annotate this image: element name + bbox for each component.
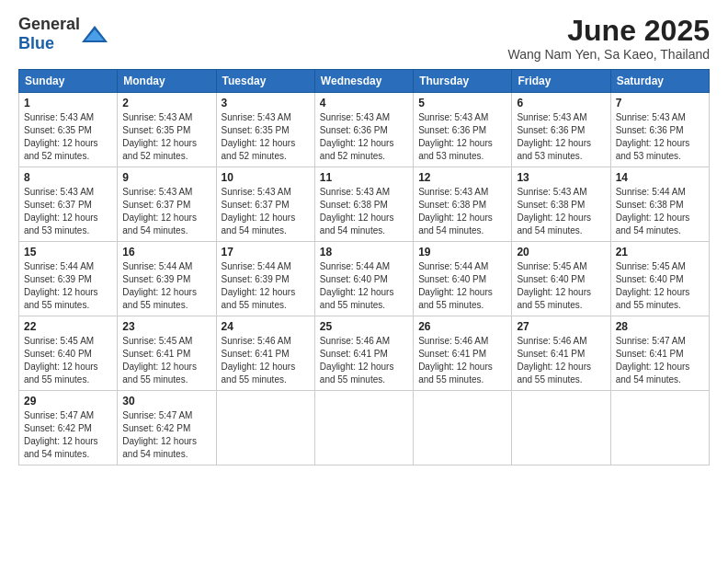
day-number: 29	[24, 395, 112, 408]
calendar-cell	[314, 391, 413, 465]
header: General Blue June 2025 Wang Nam Yen, Sa …	[18, 15, 710, 62]
day-info: Sunrise: 5:43 AM Sunset: 6:37 PM Dayligh…	[222, 186, 310, 237]
calendar-cell: 8Sunrise: 5:43 AM Sunset: 6:37 PM Daylig…	[19, 167, 118, 242]
day-number: 26	[418, 320, 506, 333]
day-info: Sunrise: 5:44 AM Sunset: 6:39 PM Dayligh…	[122, 260, 210, 312]
header-monday: Monday	[118, 70, 216, 93]
day-info: Sunrise: 5:47 AM Sunset: 6:42 PM Dayligh…	[122, 409, 210, 461]
day-number: 6	[517, 97, 605, 109]
calendar-cell: 29Sunrise: 5:47 AM Sunset: 6:42 PM Dayli…	[19, 391, 118, 465]
logo: General Blue	[18, 15, 108, 53]
header-tuesday: Tuesday	[216, 70, 314, 93]
header-thursday: Thursday	[414, 70, 512, 93]
logo-icon	[82, 24, 108, 44]
day-info: Sunrise: 5:43 AM Sunset: 6:36 PM Dayligh…	[616, 111, 704, 163]
calendar-week-0: 1Sunrise: 5:43 AM Sunset: 6:35 PM Daylig…	[19, 93, 710, 167]
day-number: 21	[616, 246, 704, 259]
day-info: Sunrise: 5:45 AM Sunset: 6:40 PM Dayligh…	[517, 260, 605, 312]
day-info: Sunrise: 5:43 AM Sunset: 6:35 PM Dayligh…	[122, 111, 210, 163]
calendar-cell: 21Sunrise: 5:45 AM Sunset: 6:40 PM Dayli…	[610, 242, 709, 316]
day-number: 15	[24, 246, 112, 259]
calendar-cell	[512, 391, 610, 465]
day-info: Sunrise: 5:46 AM Sunset: 6:41 PM Dayligh…	[517, 335, 605, 386]
location: Wang Nam Yen, Sa Kaeo, Thailand	[508, 47, 710, 62]
calendar-cell: 4Sunrise: 5:43 AM Sunset: 6:36 PM Daylig…	[314, 93, 413, 167]
calendar-cell: 30Sunrise: 5:47 AM Sunset: 6:42 PM Dayli…	[118, 391, 216, 465]
calendar-cell: 9Sunrise: 5:43 AM Sunset: 6:37 PM Daylig…	[118, 167, 216, 242]
day-number: 14	[616, 171, 704, 184]
header-sunday: Sunday	[19, 70, 118, 93]
day-number: 4	[320, 97, 408, 109]
calendar-cell	[216, 391, 314, 465]
calendar-cell: 12Sunrise: 5:43 AM Sunset: 6:38 PM Dayli…	[414, 167, 512, 242]
day-info: Sunrise: 5:44 AM Sunset: 6:39 PM Dayligh…	[222, 260, 310, 312]
calendar-week-2: 15Sunrise: 5:44 AM Sunset: 6:39 PM Dayli…	[19, 242, 710, 316]
day-info: Sunrise: 5:43 AM Sunset: 6:38 PM Dayligh…	[320, 186, 408, 237]
calendar-cell: 2Sunrise: 5:43 AM Sunset: 6:35 PM Daylig…	[118, 93, 216, 167]
calendar-cell: 27Sunrise: 5:46 AM Sunset: 6:41 PM Dayli…	[512, 316, 610, 391]
day-info: Sunrise: 5:43 AM Sunset: 6:35 PM Dayligh…	[222, 111, 310, 163]
calendar-cell: 15Sunrise: 5:44 AM Sunset: 6:39 PM Dayli…	[19, 242, 118, 316]
calendar-cell: 17Sunrise: 5:44 AM Sunset: 6:39 PM Dayli…	[216, 242, 314, 316]
day-number: 11	[320, 171, 408, 184]
day-info: Sunrise: 5:44 AM Sunset: 6:40 PM Dayligh…	[418, 260, 506, 312]
calendar-cell: 13Sunrise: 5:43 AM Sunset: 6:38 PM Dayli…	[512, 167, 610, 242]
calendar-cell: 7Sunrise: 5:43 AM Sunset: 6:36 PM Daylig…	[610, 93, 709, 167]
calendar-week-3: 22Sunrise: 5:45 AM Sunset: 6:40 PM Dayli…	[19, 316, 710, 391]
calendar-cell: 1Sunrise: 5:43 AM Sunset: 6:35 PM Daylig…	[19, 93, 118, 167]
calendar-cell: 22Sunrise: 5:45 AM Sunset: 6:40 PM Dayli…	[19, 316, 118, 391]
calendar-header-row: Sunday Monday Tuesday Wednesday Thursday…	[19, 70, 710, 93]
day-number: 8	[24, 171, 112, 184]
calendar-cell: 16Sunrise: 5:44 AM Sunset: 6:39 PM Dayli…	[118, 242, 216, 316]
calendar-cell: 28Sunrise: 5:47 AM Sunset: 6:41 PM Dayli…	[610, 316, 709, 391]
day-info: Sunrise: 5:45 AM Sunset: 6:40 PM Dayligh…	[24, 335, 112, 386]
day-number: 20	[517, 246, 605, 259]
calendar-cell: 20Sunrise: 5:45 AM Sunset: 6:40 PM Dayli…	[512, 242, 610, 316]
day-info: Sunrise: 5:46 AM Sunset: 6:41 PM Dayligh…	[418, 335, 506, 386]
day-info: Sunrise: 5:43 AM Sunset: 6:36 PM Dayligh…	[418, 111, 506, 163]
calendar-week-4: 29Sunrise: 5:47 AM Sunset: 6:42 PM Dayli…	[19, 391, 710, 465]
day-info: Sunrise: 5:46 AM Sunset: 6:41 PM Dayligh…	[222, 335, 310, 386]
day-info: Sunrise: 5:46 AM Sunset: 6:41 PM Dayligh…	[320, 335, 408, 386]
day-number: 1	[24, 97, 112, 109]
day-number: 30	[122, 395, 210, 408]
day-number: 9	[122, 171, 210, 184]
calendar-cell: 18Sunrise: 5:44 AM Sunset: 6:40 PM Dayli…	[314, 242, 413, 316]
calendar-cell: 19Sunrise: 5:44 AM Sunset: 6:40 PM Dayli…	[414, 242, 512, 316]
calendar-cell: 24Sunrise: 5:46 AM Sunset: 6:41 PM Dayli…	[216, 316, 314, 391]
day-number: 22	[24, 320, 112, 333]
day-info: Sunrise: 5:44 AM Sunset: 6:39 PM Dayligh…	[24, 260, 112, 312]
day-number: 23	[122, 320, 210, 333]
calendar-cell: 23Sunrise: 5:45 AM Sunset: 6:41 PM Dayli…	[118, 316, 216, 391]
day-info: Sunrise: 5:43 AM Sunset: 6:38 PM Dayligh…	[418, 186, 506, 237]
header-saturday: Saturday	[610, 70, 709, 93]
day-info: Sunrise: 5:43 AM Sunset: 6:36 PM Dayligh…	[517, 111, 605, 163]
calendar-cell: 11Sunrise: 5:43 AM Sunset: 6:38 PM Dayli…	[314, 167, 413, 242]
calendar-table: Sunday Monday Tuesday Wednesday Thursday…	[18, 69, 710, 465]
day-number: 3	[222, 97, 310, 109]
day-number: 12	[418, 171, 506, 184]
calendar-cell: 14Sunrise: 5:44 AM Sunset: 6:38 PM Dayli…	[610, 167, 709, 242]
day-number: 17	[222, 246, 310, 259]
day-number: 28	[616, 320, 704, 333]
day-number: 2	[122, 97, 210, 109]
calendar-cell: 3Sunrise: 5:43 AM Sunset: 6:35 PM Daylig…	[216, 93, 314, 167]
calendar-cell: 5Sunrise: 5:43 AM Sunset: 6:36 PM Daylig…	[414, 93, 512, 167]
day-info: Sunrise: 5:44 AM Sunset: 6:38 PM Dayligh…	[616, 186, 704, 237]
day-number: 27	[517, 320, 605, 333]
day-number: 5	[418, 97, 506, 109]
day-info: Sunrise: 5:47 AM Sunset: 6:42 PM Dayligh…	[24, 409, 112, 461]
day-number: 7	[616, 97, 704, 109]
day-info: Sunrise: 5:47 AM Sunset: 6:41 PM Dayligh…	[616, 335, 704, 386]
day-info: Sunrise: 5:44 AM Sunset: 6:40 PM Dayligh…	[320, 260, 408, 312]
day-number: 25	[320, 320, 408, 333]
calendar-week-1: 8Sunrise: 5:43 AM Sunset: 6:37 PM Daylig…	[19, 167, 710, 242]
logo-general: General	[18, 15, 80, 33]
day-number: 18	[320, 246, 408, 259]
calendar-cell: 26Sunrise: 5:46 AM Sunset: 6:41 PM Dayli…	[414, 316, 512, 391]
day-number: 19	[418, 246, 506, 259]
title-block: June 2025 Wang Nam Yen, Sa Kaeo, Thailan…	[508, 15, 710, 62]
day-number: 16	[122, 246, 210, 259]
logo-blue: Blue	[18, 34, 54, 52]
day-number: 13	[517, 171, 605, 184]
